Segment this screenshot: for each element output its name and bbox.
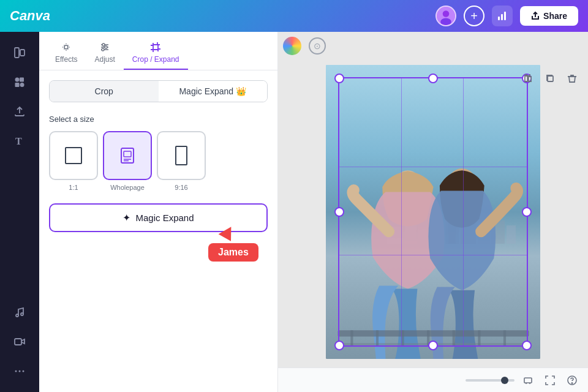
panel: Effects Adjust Crop / Expand Crop Magic [39,32,278,392]
crop-expand-icon [150,42,161,53]
adjust-icon [99,42,110,53]
svg-point-21 [105,46,107,48]
sidebar-item-music[interactable] [6,299,33,326]
magic-star-icon: ✦ [123,212,130,224]
magic-expand-button[interactable]: ✦ Magic Expand [49,203,268,232]
svg-point-8 [15,78,20,82]
svg-text:T: T [15,136,22,146]
svg-rect-49 [503,330,505,346]
help-button[interactable] [564,372,581,389]
effects-icon [61,42,72,53]
add-button[interactable]: + [464,6,484,26]
share-label: Share [543,11,567,21]
select-size-label: Select a size [49,115,268,124]
size-label-wholepage: Wholepage [110,184,145,191]
svg-rect-48 [478,330,480,346]
duplicate-button[interactable] [540,69,560,88]
svg-point-18 [23,371,24,372]
svg-point-20 [102,43,105,46]
avatar[interactable] [435,6,456,26]
svg-rect-23 [153,45,158,50]
share-button[interactable]: Share [520,6,578,26]
export-icon [523,74,533,83]
svg-rect-25 [124,151,131,157]
magic-expand-toggle-button[interactable]: Magic Expand 👑 [159,81,268,102]
crop-button[interactable]: Crop [50,81,159,102]
svg-point-16 [15,371,17,372]
delete-icon [567,74,577,83]
square-icon [65,147,82,164]
header: Canva + Share [0,0,588,32]
svg-rect-50 [524,378,532,383]
main-image [326,65,540,359]
sidebar-item-text[interactable]: T [6,127,33,154]
export-button[interactable] [518,69,538,88]
svg-rect-7 [20,50,24,56]
size-option-1x1[interactable]: 1:1 [49,131,98,191]
fit-screen-button[interactable] [519,372,537,389]
svg-rect-44 [375,330,378,346]
svg-rect-6 [15,48,19,58]
arrow-icon [219,227,238,244]
svg-rect-45 [401,330,404,346]
panel-tabs: Effects Adjust Crop / Expand [39,32,277,70]
svg-rect-46 [427,330,429,346]
svg-rect-15 [15,339,21,345]
svg-rect-28 [548,76,553,81]
size-box-wholepage [103,131,152,180]
sidebar-item-elements[interactable] [6,69,33,96]
svg-point-13 [16,314,18,317]
image-container [326,65,540,359]
svg-point-14 [21,313,23,315]
duplicate-icon [545,74,555,83]
zoom-control [466,379,514,382]
svg-rect-47 [452,330,454,346]
canvas-toolbar [518,69,582,88]
svg-rect-42 [337,343,529,347]
wholepage-icon [119,147,136,164]
fullscreen-button[interactable] [541,372,559,389]
zoom-slider[interactable] [466,379,514,382]
svg-rect-5 [504,12,506,20]
delete-button[interactable] [562,69,582,88]
tab-effects-label: Effects [55,55,77,64]
tooltip-label: James [208,243,258,262]
svg-rect-43 [350,330,353,346]
svg-point-11 [20,83,24,87]
dots-circle-button[interactable]: ⊙ [309,37,326,55]
crown-icon: 👑 [236,86,246,96]
svg-rect-10 [15,83,20,87]
chart-button[interactable] [492,6,513,26]
color-spectrum-button[interactable] [283,37,301,55]
canva-logo: Canva [10,8,50,24]
portrait-icon [175,146,187,165]
fullscreen-icon [545,375,555,385]
svg-rect-4 [501,14,503,20]
sidebar-item-more[interactable] [6,358,33,385]
arrow-tooltip: James [208,230,258,262]
tab-crop-expand[interactable]: Crop / Expand [124,37,188,70]
svg-rect-41 [337,330,529,336]
size-option-wholepage[interactable]: Wholepage [103,131,152,191]
sidebar-item-uploads[interactable] [6,98,33,125]
tab-effects[interactable]: Effects [47,37,86,70]
size-grid: 1:1 Wholepage 9:16 [49,131,268,191]
sidebar-item-expand[interactable] [6,39,33,66]
svg-rect-9 [20,78,24,82]
bottom-bar [278,368,588,392]
svg-point-1 [443,10,450,17]
zoom-thumb [501,377,508,384]
sidebar-item-video[interactable] [6,328,33,355]
share-icon [531,12,540,20]
bar-chart-icon [497,10,508,21]
svg-point-22 [102,48,104,51]
tab-adjust[interactable]: Adjust [86,37,123,70]
help-icon [567,375,577,385]
canvas-area: ⊙ [278,32,588,392]
canvas-top-left: ⊙ [283,37,326,55]
size-option-9x16[interactable]: 9:16 [157,131,206,191]
magic-expand-toggle-label: Magic Expand [179,86,233,96]
size-box-1x1 [49,131,98,180]
panel-content: Crop Magic Expand 👑 Select a size 1:1 [39,70,277,242]
crop-magic-toggle: Crop Magic Expand 👑 [49,80,268,102]
